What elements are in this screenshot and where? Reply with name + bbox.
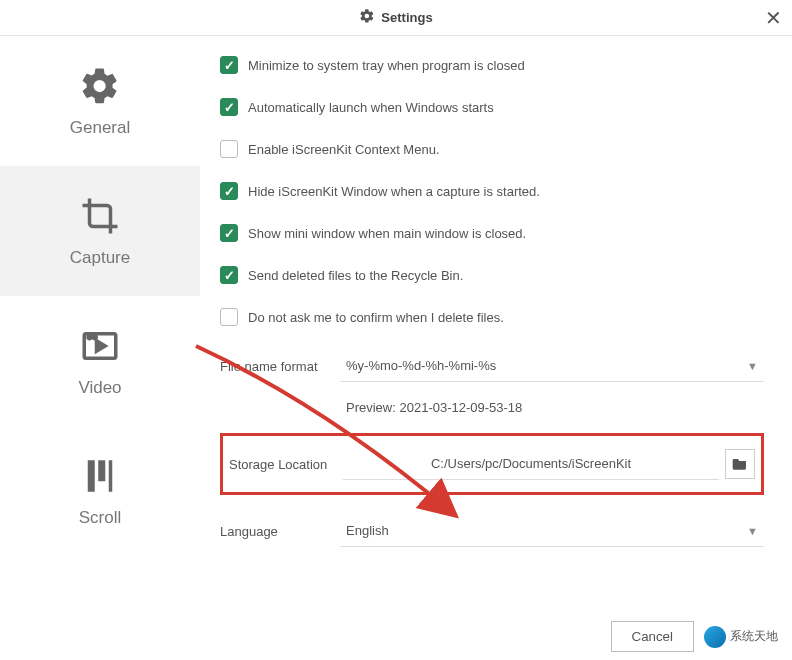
filename-value: %y-%mo-%d-%h-%mi-%s [346,358,496,373]
sidebar-item-scroll[interactable]: Scroll [0,426,200,556]
filename-label: File name format [220,359,340,374]
checkbox-label: Minimize to system tray when program is … [248,58,525,73]
svg-marker-1 [97,340,106,351]
checkbox-label: Enable iScreenKit Context Menu. [248,142,440,157]
language-row: Language English ▼ [220,515,764,547]
checkbox-row-contextmenu[interactable]: Enable iScreenKit Context Menu. [220,140,764,158]
chevron-down-icon: ▼ [747,525,758,537]
svg-point-3 [93,335,96,338]
checkbox-label: Hide iScreenKit Window when a capture is… [248,184,540,199]
svg-rect-4 [88,460,95,492]
footer: Cancel 系统天地 [611,621,779,652]
checkbox-label: Send deleted files to the Recycle Bin. [248,268,463,283]
checkbox-row-autostart[interactable]: Automatically launch when Windows starts [220,98,764,116]
cancel-label: Cancel [632,629,674,644]
checkbox-row-minimize[interactable]: Minimize to system tray when program is … [220,56,764,74]
title-wrap: Settings [359,8,432,27]
video-icon [79,325,121,370]
checkbox-label: Show mini window when main window is clo… [248,226,526,241]
filename-format-row: File name format %y-%mo-%d-%h-%mi-%s ▼ [220,350,764,382]
sidebar-item-video[interactable]: Video [0,296,200,426]
body: General Capture Video Scroll Minimize to… [0,36,792,624]
gear-icon [359,8,375,27]
sidebar-item-general[interactable]: General [0,36,200,166]
titlebar: Settings ✕ [0,0,792,36]
checkbox-row-miniwin[interactable]: Show mini window when main window is clo… [220,224,764,242]
checkbox-row-noconfirm[interactable]: Do not ask me to confirm when I delete f… [220,308,764,326]
close-icon[interactable]: ✕ [765,6,782,30]
browse-button[interactable] [725,449,755,479]
checkbox-row-recycle[interactable]: Send deleted files to the Recycle Bin. [220,266,764,284]
checkbox-icon[interactable] [220,182,238,200]
globe-icon [704,626,726,648]
svg-point-2 [88,335,91,338]
checkbox-icon[interactable] [220,56,238,74]
checkbox-icon[interactable] [220,140,238,158]
svg-rect-5 [98,460,105,481]
language-label: Language [220,524,340,539]
checkbox-icon[interactable] [220,98,238,116]
checkbox-label: Do not ask me to confirm when I delete f… [248,310,504,325]
storage-path-value: C:/Users/pc/Documents/iScreenKit [431,456,631,471]
checkbox-label: Automatically launch when Windows starts [248,100,494,115]
gear-icon [79,65,121,110]
storage-path-field[interactable]: C:/Users/pc/Documents/iScreenKit [343,448,719,480]
sidebar-item-capture[interactable]: Capture [0,166,200,296]
scroll-icon [79,455,121,500]
crop-icon [79,195,121,240]
storage-label: Storage Location [229,457,343,472]
sidebar-item-label: Scroll [79,508,122,528]
filename-preview: Preview: 2021-03-12-09-53-18 [220,392,764,433]
sidebar: General Capture Video Scroll [0,36,200,624]
language-value: English [346,523,389,538]
watermark: 系统天地 [704,626,778,648]
svg-rect-6 [109,460,113,492]
checkbox-icon[interactable] [220,224,238,242]
filename-select[interactable]: %y-%mo-%d-%h-%mi-%s ▼ [340,350,764,382]
chevron-down-icon: ▼ [747,360,758,372]
sidebar-item-label: Video [78,378,121,398]
cancel-button[interactable]: Cancel [611,621,695,652]
title-text: Settings [381,10,432,25]
content: Minimize to system tray when program is … [200,36,792,624]
checkbox-icon[interactable] [220,308,238,326]
language-select[interactable]: English ▼ [340,515,764,547]
watermark-text: 系统天地 [730,628,778,645]
folder-icon [732,456,748,473]
checkbox-icon[interactable] [220,266,238,284]
storage-location-row: Storage Location C:/Users/pc/Documents/i… [220,433,764,495]
sidebar-item-label: General [70,118,130,138]
checkbox-row-hidewin[interactable]: Hide iScreenKit Window when a capture is… [220,182,764,200]
sidebar-item-label: Capture [70,248,130,268]
